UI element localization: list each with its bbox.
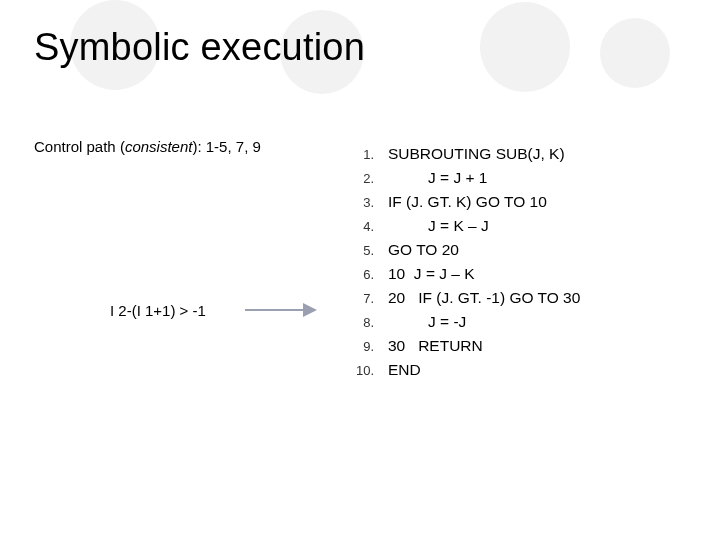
line-number: 3. [350, 193, 388, 213]
code-statement: END [388, 358, 421, 382]
line-number: 7. [350, 289, 388, 309]
code-row: 2. J = J + 1 [350, 166, 700, 190]
code-statement: SUBROUTING SUB(J, K) [388, 142, 565, 166]
code-row: 1. SUBROUTING SUB(J, K) [350, 142, 700, 166]
code-row: 3. IF (J. GT. K) GO TO 10 [350, 190, 700, 214]
code-statement: J = K – J [388, 214, 489, 238]
code-statement: IF (J. GT. K) GO TO 10 [388, 190, 547, 214]
bg-circle-4 [600, 18, 670, 88]
line-number: 6. [350, 265, 388, 285]
line-number: 10. [350, 361, 388, 381]
bg-circle-3 [480, 2, 570, 92]
code-row: 7. 20 IF (J. GT. -1) GO TO 30 [350, 286, 700, 310]
code-statement: 30 RETURN [388, 334, 483, 358]
code-listing: 1. SUBROUTING SUB(J, K) 2. J = J + 1 3. … [350, 142, 700, 382]
code-statement: J = -J [388, 310, 466, 334]
code-row: 9. 30 RETURN [350, 334, 700, 358]
code-row: 6. 10 J = J – K [350, 262, 700, 286]
line-number: 5. [350, 241, 388, 261]
control-path-status: consistent [125, 138, 193, 155]
code-statement: 10 J = J – K [388, 262, 475, 286]
path-condition-formula: I 2-(I 1+1) > -1 [110, 302, 206, 319]
code-row: 10. END [350, 358, 700, 382]
code-statement: J = J + 1 [388, 166, 487, 190]
line-number: 4. [350, 217, 388, 237]
code-row: 4. J = K – J [350, 214, 700, 238]
control-path-tail: : 1-5, 7, 9 [197, 138, 260, 155]
code-row: 5. GO TO 20 [350, 238, 700, 262]
line-number: 8. [350, 313, 388, 333]
code-statement: GO TO 20 [388, 238, 459, 262]
slide-title: Symbolic execution [34, 26, 365, 69]
control-path-prefix: Control path [34, 138, 120, 155]
code-statement: 20 IF (J. GT. -1) GO TO 30 [388, 286, 580, 310]
control-path-line: Control path (consistent): 1-5, 7, 9 [34, 138, 261, 155]
arrow-icon [245, 300, 325, 322]
code-row: 8. J = -J [350, 310, 700, 334]
line-number: 2. [350, 169, 388, 189]
line-number: 9. [350, 337, 388, 357]
line-number: 1. [350, 145, 388, 165]
